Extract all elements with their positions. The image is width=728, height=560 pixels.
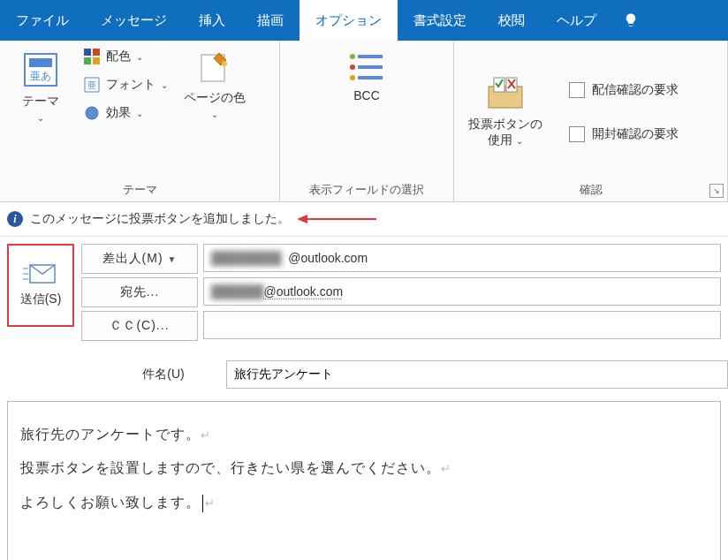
read-receipt-label: 開封確認の要求 xyxy=(592,126,679,142)
svg-rect-4 xyxy=(93,49,100,56)
svg-rect-3 xyxy=(84,49,91,56)
svg-rect-13 xyxy=(358,55,383,58)
tab-review[interactable]: 校閲 xyxy=(482,0,541,41)
svg-rect-17 xyxy=(358,76,383,79)
text-cursor xyxy=(202,495,203,512)
bcc-icon xyxy=(347,51,386,83)
svg-text:亜あ: 亜あ xyxy=(30,70,51,82)
fonts-label: フォント xyxy=(106,77,155,93)
bcc-button[interactable]: BCC xyxy=(333,46,400,108)
tell-me-icon[interactable] xyxy=(612,0,644,41)
info-icon: i xyxy=(7,211,23,227)
chevron-down-icon: ⌄ xyxy=(161,80,168,90)
svg-rect-5 xyxy=(84,57,91,64)
delivery-receipt-checkbox[interactable]: 配信確認の要求 xyxy=(567,79,680,102)
info-text: このメッセージに投票ボタンを追加しました。 xyxy=(30,211,290,227)
subject-row: 件名(U) xyxy=(106,360,728,389)
tab-draw[interactable]: 描画 xyxy=(241,0,300,41)
send-label: 送信(S) xyxy=(20,291,62,307)
tab-format[interactable]: 書式設定 xyxy=(398,0,482,41)
group-theme: 亜あ テーマ⌄ 配色 ⌄ 亜 フォント ⌄ xyxy=(0,41,280,201)
to-field[interactable]: ██████@outlook.com xyxy=(203,277,721,306)
compose-header: 送信(S) 差出人(M) ▼ ████████@outlook.com 宛先..… xyxy=(0,237,728,348)
tab-insert[interactable]: 挿入 xyxy=(183,0,241,41)
effects-label: 効果 xyxy=(106,105,131,121)
ribbon-tabs: ファイル メッセージ 挿入 描画 オプション 書式設定 校閲 ヘルプ xyxy=(0,0,728,41)
tab-file[interactable]: ファイル xyxy=(0,0,85,41)
delivery-receipt-label: 配信確認の要求 xyxy=(592,82,679,98)
voting-icon xyxy=(487,76,524,111)
message-body[interactable]: 旅行先のアンケートです。↵ 投票ボタンを設置しますので、行きたい県を選んでくださ… xyxy=(7,401,721,560)
svg-point-12 xyxy=(350,54,355,59)
send-icon xyxy=(23,263,58,284)
checkbox-icon xyxy=(569,126,585,142)
group-tracking-label: 確認 xyxy=(461,178,720,200)
colors-button[interactable]: 配色 ⌄ xyxy=(80,46,171,67)
group-show-fields: BCC 表示フィールドの選択 xyxy=(280,41,454,201)
svg-point-16 xyxy=(350,75,355,80)
subject-label: 件名(U) xyxy=(106,360,221,389)
group-show-fields-label: 表示フィールドの選択 xyxy=(287,178,446,200)
send-button[interactable]: 送信(S) xyxy=(7,244,74,327)
chevron-down-icon: ▼ xyxy=(167,254,177,264)
from-label: 差出人(M) xyxy=(102,251,163,267)
paragraph-mark-icon: ↵ xyxy=(205,496,216,510)
svg-marker-22 xyxy=(297,215,307,223)
effects-button[interactable]: 効果 ⌄ xyxy=(80,102,171,124)
from-button[interactable]: 差出人(M) ▼ xyxy=(81,244,198,274)
svg-text:亜: 亜 xyxy=(87,80,96,90)
effects-icon xyxy=(83,104,101,122)
use-voting-label: 投票ボタンの 使用 xyxy=(468,117,542,147)
svg-rect-6 xyxy=(93,57,100,64)
group-tracking: 投票ボタンの 使用 ⌄ 配信確認の要求 開封確認の要求 確認 ↘ xyxy=(454,41,728,201)
chevron-down-icon: ⌄ xyxy=(37,113,44,123)
subject-input[interactable] xyxy=(226,360,728,389)
cc-button[interactable]: ＣＣ(C)... xyxy=(81,311,198,341)
svg-point-14 xyxy=(350,64,355,70)
svg-point-11 xyxy=(222,61,227,66)
body-line-1: 旅行先のアンケートです。 xyxy=(20,427,201,442)
use-voting-button[interactable]: 投票ボタンの 使用 ⌄ xyxy=(461,71,550,154)
svg-point-9 xyxy=(86,107,98,119)
info-bar: i このメッセージに投票ボタンを追加しました。 xyxy=(0,202,728,237)
theme-button[interactable]: 亜あ テーマ⌄ xyxy=(7,46,74,129)
page-color-icon xyxy=(198,51,231,85)
svg-rect-1 xyxy=(29,58,52,67)
fonts-icon: 亜 xyxy=(83,76,101,94)
tab-help[interactable]: ヘルプ xyxy=(541,0,612,41)
from-value: ████████@outlook.com xyxy=(203,244,721,272)
theme-label: テーマ xyxy=(22,94,59,108)
cc-field[interactable] xyxy=(203,311,721,339)
dialog-launcher[interactable]: ↘ xyxy=(709,184,724,198)
checkbox-icon xyxy=(569,82,585,98)
to-button[interactable]: 宛先... xyxy=(81,277,198,307)
ribbon-content: 亜あ テーマ⌄ 配色 ⌄ 亜 フォント ⌄ xyxy=(0,41,728,202)
paragraph-mark-icon: ↵ xyxy=(441,462,451,475)
group-theme-label: テーマ xyxy=(7,178,272,200)
page-color-label: ページの色 xyxy=(184,90,246,104)
theme-icon: 亜あ xyxy=(22,51,59,88)
read-receipt-checkbox[interactable]: 開封確認の要求 xyxy=(567,123,680,146)
body-line-2: 投票ボタンを設置しますので、行きたい県を選んでください。 xyxy=(20,460,441,475)
paragraph-mark-icon: ↵ xyxy=(201,428,211,442)
chevron-down-icon: ⌄ xyxy=(136,109,143,118)
colors-icon xyxy=(83,48,101,65)
bcc-label: BCC xyxy=(353,88,380,102)
annotation-arrow xyxy=(297,214,376,224)
colors-label: 配色 xyxy=(106,49,131,64)
tab-message[interactable]: メッセージ xyxy=(85,0,183,41)
chevron-down-icon: ⌄ xyxy=(136,52,143,62)
body-line-3: よろしくお願い致します。 xyxy=(20,495,201,510)
chevron-down-icon: ⌄ xyxy=(516,136,523,146)
fonts-button[interactable]: 亜 フォント ⌄ xyxy=(80,74,171,95)
page-color-button[interactable]: ページの色⌄ xyxy=(177,46,253,125)
tab-options[interactable]: オプション xyxy=(300,0,398,41)
chevron-down-icon: ⌄ xyxy=(211,110,218,119)
svg-rect-15 xyxy=(358,65,383,69)
